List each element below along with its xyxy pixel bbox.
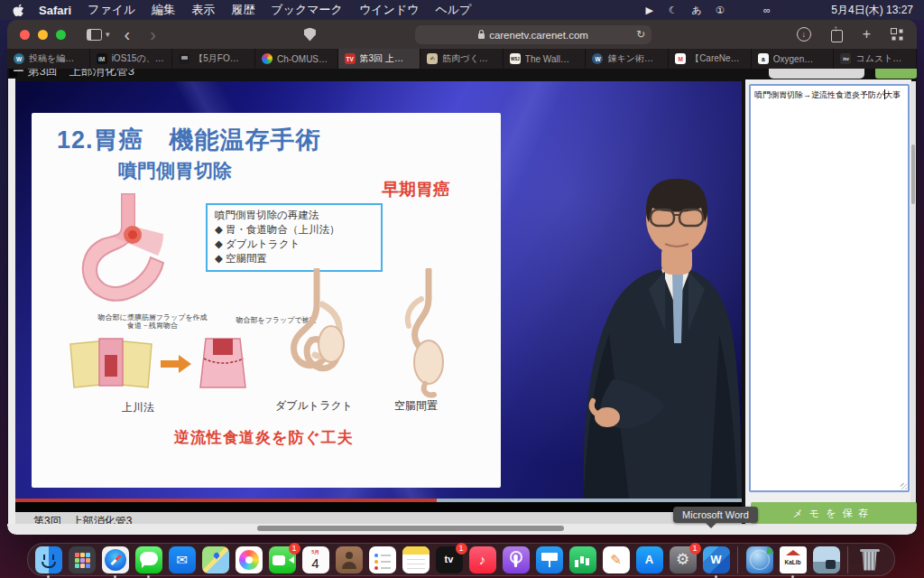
reload-icon[interactable]: ↻ bbox=[636, 28, 645, 41]
dock-item-mail[interactable]: ✉ bbox=[169, 546, 196, 573]
video-controls-bar bbox=[15, 502, 742, 512]
safari-window: ▾ ‹ › carenetv.carenet.com ↻ ↓ + W 投稿を編集… bbox=[7, 20, 917, 535]
toolbar-right-icons: ↓ + bbox=[797, 20, 904, 49]
share-icon[interactable] bbox=[831, 30, 843, 42]
tab-favicon bbox=[262, 53, 273, 64]
dock-item-podcasts[interactable] bbox=[503, 546, 530, 573]
status-icon-play-circle[interactable]: ▶ bbox=[643, 4, 655, 16]
dock-item-sep[interactable] bbox=[847, 546, 848, 573]
dock-item-reminders[interactable] bbox=[369, 546, 396, 573]
browser-tab[interactable]: Ch-OMUS… bbox=[255, 49, 338, 69]
dock-item-messages[interactable] bbox=[135, 546, 162, 573]
memo-textarea[interactable]: 噴門側胃切除→逆流性食道炎予防が大事 bbox=[749, 84, 910, 492]
tab-label: The Wall… bbox=[525, 54, 569, 64]
dock-icon-glyph: A bbox=[645, 554, 653, 565]
status-icon-battery[interactable] bbox=[737, 4, 749, 16]
menu-app-name[interactable]: Safari bbox=[39, 4, 71, 17]
memo-text: 噴門側胃切除→逆流性食道炎予防が大事 bbox=[754, 90, 901, 99]
forward-button[interactable]: › bbox=[150, 25, 156, 43]
address-bar[interactable]: carenetv.carenet.com ↻ bbox=[415, 25, 651, 44]
dock-item-finder[interactable] bbox=[35, 546, 62, 573]
status-icon-focus-moon[interactable]: ☾ bbox=[667, 4, 679, 16]
downloads-icon[interactable]: ↓ bbox=[797, 27, 811, 42]
browser-tab[interactable]: 【5月FO… bbox=[172, 49, 255, 69]
dock-item-photos[interactable] bbox=[236, 546, 263, 573]
apple-menu-icon[interactable] bbox=[13, 4, 24, 17]
menu-item[interactable]: ウインドウ bbox=[359, 3, 420, 16]
dock-icon-glyph: ♪ bbox=[479, 553, 486, 566]
box-title: 噴門側胃切除の再建法 bbox=[215, 208, 374, 222]
menu-item[interactable]: 表示 bbox=[191, 3, 215, 16]
dock-item-inkphoto[interactable] bbox=[813, 546, 840, 573]
browser-tab[interactable]: W 投稿を編集… bbox=[7, 49, 90, 69]
lecture-slide: 12.胃癌 機能温存手術 噴門側胃切除 早期胃癌 噴門側胃切除の再建法 ◆ 胃・… bbox=[32, 113, 501, 488]
status-icon-spotlight[interactable] bbox=[784, 4, 796, 16]
menu-item[interactable]: ヘルプ bbox=[435, 3, 471, 16]
browser-tab[interactable]: ✍ 筋肉づくり… bbox=[420, 49, 504, 69]
dock-item-safari[interactable] bbox=[102, 546, 129, 573]
dock-item-maps[interactable] bbox=[202, 546, 229, 573]
notification-badge: 1 bbox=[689, 543, 701, 555]
label-kamikawa: 上川法 bbox=[122, 400, 154, 415]
zoom-window-button[interactable] bbox=[56, 30, 66, 40]
vertical-scrollbar-thumb[interactable] bbox=[911, 144, 915, 204]
page-bottom-strip bbox=[7, 524, 917, 535]
tab-favicon: W bbox=[14, 53, 24, 64]
dock-item-keynote[interactable] bbox=[536, 546, 563, 573]
dock-icon-glyph: 4 bbox=[311, 556, 319, 570]
dock-item-calendar[interactable]: 5月 4 bbox=[302, 546, 329, 573]
save-memo-button[interactable]: メモを保存 bbox=[751, 502, 917, 524]
tab-label: 第3回 上… bbox=[360, 52, 403, 65]
vertical-scrollbar-track[interactable] bbox=[910, 81, 916, 524]
tab-label: 【5月FO… bbox=[194, 52, 238, 65]
menu-item[interactable]: ファイル bbox=[88, 3, 135, 16]
sidebar-chevron-icon[interactable]: ▾ bbox=[106, 30, 110, 39]
browser-tab[interactable]: a Oxygen… bbox=[752, 49, 835, 69]
menu-item[interactable]: 履歴 bbox=[231, 3, 254, 16]
dock-item-appstore[interactable]: A bbox=[636, 546, 663, 573]
partial-control-bar bbox=[769, 69, 864, 79]
horizontal-scrollbar[interactable] bbox=[257, 526, 564, 531]
dock-item-music[interactable]: ♪ bbox=[469, 546, 496, 573]
dock-item-facetime[interactable]: 1 bbox=[269, 546, 296, 573]
menu-item[interactable]: ブックマーク bbox=[271, 3, 343, 16]
jejunal-interposition-illustration bbox=[385, 268, 467, 399]
dock-item-kalib[interactable]: KaLib bbox=[780, 546, 807, 573]
close-window-button[interactable] bbox=[20, 30, 30, 40]
dock-item-notes[interactable] bbox=[402, 546, 430, 573]
new-tab-button[interactable]: + bbox=[863, 26, 871, 42]
video-player[interactable]: 12.胃癌 機能温存手術 噴門側胃切除 早期胃癌 噴門側胃切除の再建法 ◆ 胃・… bbox=[15, 81, 742, 499]
slide-title: 12.胃癌 機能温存手術 bbox=[57, 124, 321, 156]
menu-clock[interactable]: 5月4日(木) 13:27 bbox=[831, 3, 913, 18]
menu-items: ファイル編集表示履歴ブックマークウインドウヘルプ bbox=[88, 2, 487, 18]
minimize-window-button[interactable] bbox=[38, 30, 48, 40]
dock-item-numbers[interactable] bbox=[569, 546, 596, 573]
dock-item-appletv[interactable]: tv 1 bbox=[436, 546, 463, 573]
browser-tab[interactable]: M 【CareNe… bbox=[669, 49, 752, 69]
menu-item[interactable]: 編集 bbox=[152, 3, 175, 16]
dock-item-globeapp[interactable] bbox=[746, 546, 773, 573]
browser-tab[interactable]: inv コムストッ… bbox=[834, 49, 917, 69]
browser-tab[interactable]: iM iOS15の、… bbox=[90, 49, 173, 69]
status-icon-input-kana[interactable]: あ bbox=[690, 4, 702, 16]
status-icon-timer-circle[interactable]: ① bbox=[714, 4, 725, 16]
box-items: ◆ 胃・食道吻合（上川法）◆ ダブルトラクト◆ 空腸間置 bbox=[215, 222, 374, 266]
dock-item-settings[interactable]: ⚙ 1 bbox=[670, 546, 697, 573]
dock-item-pages[interactable]: ✎ bbox=[603, 546, 630, 573]
page-left-margin bbox=[8, 79, 15, 535]
tab-favicon: M bbox=[675, 53, 686, 64]
browser-tab[interactable]: TV 第3回 上… bbox=[338, 49, 421, 69]
status-icon-control-center[interactable] bbox=[808, 4, 819, 16]
status-icon-link[interactable]: ∞ bbox=[761, 4, 772, 16]
back-button[interactable]: ‹ bbox=[125, 25, 131, 43]
browser-tab[interactable]: WSJ The Wall… bbox=[504, 49, 587, 69]
sidebar-toggle-icon[interactable] bbox=[87, 29, 102, 41]
dock-item-contacts[interactable] bbox=[336, 546, 363, 573]
dock-item-sep[interactable] bbox=[737, 546, 738, 573]
tab-overview-icon[interactable] bbox=[891, 28, 897, 34]
dock-item-trash[interactable] bbox=[856, 546, 883, 573]
privacy-shield-icon[interactable] bbox=[304, 28, 316, 42]
dock-item-launchpad[interactable] bbox=[69, 546, 96, 573]
browser-tab[interactable]: W 錬キン術研… bbox=[586, 49, 669, 69]
dock-item-word[interactable]: W bbox=[703, 546, 730, 573]
